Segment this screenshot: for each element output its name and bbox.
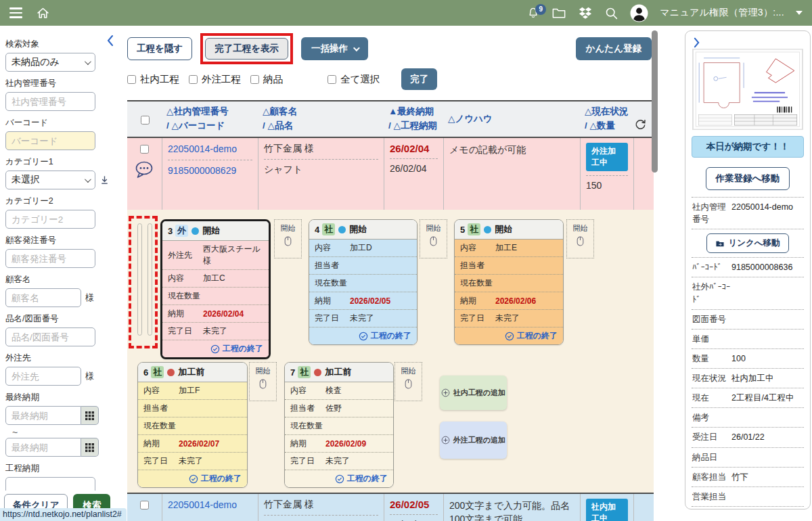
range-tilde: ~ (12, 427, 118, 438)
plus-circle-icon (441, 436, 450, 445)
end-process-link[interactable]: 工程の終了 (455, 327, 563, 344)
table-row[interactable]: 22050014-demo 竹下金属 様 26/02/05 26/02/05 2… (127, 493, 654, 521)
divider (390, 514, 438, 515)
calendar-grid-icon[interactable] (81, 438, 99, 457)
end-process-link[interactable]: 工程の終了 (309, 327, 417, 344)
drawing-thumbnail[interactable] (692, 49, 803, 130)
timeline-bar (137, 223, 142, 336)
col-knowhow[interactable]: △ノウハウ (444, 101, 581, 137)
knowhow-memo[interactable]: 200文字まで入力可能。品名100文字まで可能 (449, 499, 574, 521)
drop-start-slot[interactable]: 開始 (249, 362, 277, 401)
process-type-badge: 社 (151, 366, 164, 378)
mouse-icon (429, 235, 438, 247)
bulk-action-button[interactable]: 一括操作 (301, 37, 368, 60)
internal-id-link[interactable]: 22050014-demo (168, 143, 252, 156)
final-due-from-input[interactable] (5, 406, 81, 425)
subcontractor-input[interactable] (5, 367, 81, 386)
detail-row: 図面番号 (692, 309, 804, 329)
hide-process-button[interactable]: 工程を隠す (127, 37, 192, 60)
subcontractor-suffix: 様 (85, 370, 94, 382)
check-circle-icon (189, 474, 198, 484)
process-number: 7 (290, 367, 295, 378)
product-name-input[interactable] (5, 327, 95, 346)
download-to-bar-icon[interactable] (99, 175, 110, 185)
category2-label: カテゴリー2 (5, 196, 118, 207)
chevron-left-icon[interactable] (105, 34, 116, 47)
calendar-grid-icon[interactable] (81, 406, 99, 425)
bell-icon[interactable]: 9 (526, 6, 540, 20)
checkbox[interactable] (189, 75, 198, 84)
end-process-link[interactable]: 工程の終了 (138, 470, 247, 487)
refresh-icon[interactable] (634, 118, 647, 131)
detail-row: 単価 (692, 329, 804, 348)
internal-id-link[interactable]: 22050014-demo (168, 499, 252, 512)
row-checkbox[interactable] (140, 501, 149, 509)
select-caret-icon (85, 176, 91, 183)
col-internal-id[interactable]: △社内管理番号/ △バーコード (162, 101, 258, 137)
checkbox[interactable] (328, 75, 336, 84)
header-checkbox[interactable] (141, 116, 150, 124)
home-icon[interactable] (36, 6, 50, 20)
knowhow-memo[interactable]: メモの記載が可能 (449, 143, 574, 156)
col-due[interactable]: ▲最終納期/ △工程納期 (384, 101, 444, 137)
filter-select-all[interactable]: 全て選択 (328, 73, 380, 86)
drop-start-slot[interactable]: 開始 (274, 219, 302, 258)
hamburger-menu-icon[interactable] (9, 7, 22, 18)
process-card-6[interactable]: 6 社 加工前 内容加工F 担当者 現在数量 納期2026/02/07 完了日未… (137, 362, 248, 488)
process-card-5[interactable]: 5 社 開始 内容加工E 担当者 現在数量 納期2026/02/06 完了日未完… (454, 219, 564, 345)
vertical-scrollbar-thumb[interactable] (652, 30, 658, 173)
category1-select[interactable]: 未選択 (5, 171, 95, 189)
search-icon[interactable] (604, 6, 618, 20)
checkbox[interactable] (127, 75, 136, 84)
divider (264, 159, 378, 160)
dropbox-icon[interactable] (578, 6, 593, 20)
caret-down-icon[interactable] (796, 11, 803, 15)
drop-start-slot[interactable]: 開始 (566, 219, 594, 258)
final-due-to-input[interactable] (5, 438, 81, 457)
drop-start-slot[interactable]: 開始 (420, 219, 447, 258)
add-external-process-button[interactable]: 外注工程の追加 (440, 422, 507, 459)
process-state: 加工前 (178, 366, 204, 378)
checkbox[interactable] (250, 75, 259, 84)
col-customer[interactable]: △顧客名/ △品名 (258, 101, 384, 137)
customer-name-input[interactable] (5, 288, 81, 307)
chevron-right-icon[interactable] (692, 37, 804, 49)
final-due-date: 26/02/04 (390, 143, 438, 154)
process-card-3[interactable]: 3 外 開始 外注先西大阪スチール様 内容加工C 現在数量 納期2026/02/… (160, 219, 271, 359)
folder-icon[interactable] (551, 6, 566, 20)
barcode-input[interactable] (5, 131, 95, 150)
comment-icon[interactable] (135, 160, 155, 179)
drag-drop-target-rect[interactable] (129, 216, 158, 348)
col-status[interactable]: △現在状況/ △数量 (581, 101, 634, 137)
add-internal-process-button[interactable]: 社内工程の追加 (440, 376, 507, 410)
barcode-link[interactable]: 9185000008629 (168, 164, 252, 177)
process-card-4[interactable]: 4 社 開始 内容加工D 担当者 現在数量 納期2026/02/05 完了日未完… (309, 219, 418, 345)
avatar[interactable] (630, 4, 648, 22)
process-card-7[interactable]: 7 社 加工前 内容検査 担当者佐野 現在数量 納期2026/02/09 完了日… (284, 362, 394, 488)
go-to-work-register-button[interactable]: 作業登録へ移動 (706, 167, 790, 190)
process-number: 3 (168, 226, 173, 236)
detail-row: 備考 (692, 407, 804, 427)
row-checkbox[interactable] (140, 145, 149, 154)
filter-internal-process[interactable]: 社内工程 (127, 73, 179, 86)
show-completed-button[interactable]: 完了工程を表示 (205, 38, 288, 60)
folder-link-icon (715, 240, 725, 248)
search-target-select[interactable]: 未納品のみ (5, 53, 95, 72)
customer-order-no-input[interactable] (5, 249, 95, 268)
internal-id-input[interactable] (5, 92, 95, 111)
filter-delivery[interactable]: 納品 (250, 73, 283, 86)
filter-external-process[interactable]: 外注工程 (189, 73, 241, 86)
go-to-link-button[interactable]: リンクへ移動 (706, 233, 788, 253)
select-caret-icon (85, 58, 91, 65)
user-account-label[interactable]: マニュアル権限（管理3）:... (660, 7, 784, 19)
category2-input[interactable] (5, 210, 95, 229)
complete-button[interactable]: 完了 (401, 68, 437, 90)
end-process-link[interactable]: 工程の終了 (162, 340, 269, 357)
mouse-icon (284, 235, 292, 247)
end-process-link[interactable]: 工程の終了 (285, 470, 393, 487)
status-dot-icon (484, 226, 491, 233)
easy-register-button[interactable]: かんたん登録 (576, 37, 652, 60)
table-row[interactable]: 22050014-demo 9185000008629 竹下金属 様 シャフト … (127, 138, 654, 210)
drop-start-slot[interactable]: 開始 (394, 362, 422, 401)
customer-name: 竹下金属 様 (264, 499, 378, 511)
